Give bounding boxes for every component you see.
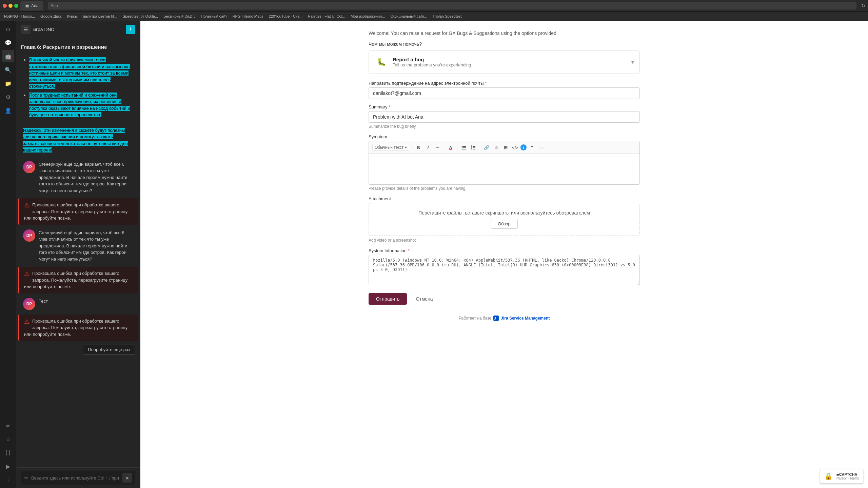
error-icon-2: ⚠ <box>24 270 29 278</box>
more-button[interactable]: ··· <box>433 143 441 151</box>
address-bar[interactable]: Aria <box>48 2 856 9</box>
bold-button[interactable]: B <box>414 143 422 151</box>
activity-folder[interactable]: 📁 <box>2 77 14 89</box>
error-item-1: ⚠ Произошла ошибка при обработке вашего … <box>18 198 138 225</box>
chapter-heading: Глава 6: Раскрытие и разрешение <box>16 41 140 53</box>
bookmark-12[interactable]: Официальный сайт... <box>389 14 428 19</box>
editor-toolbar: Обычный текст ▾ B I ··· A <box>369 141 639 154</box>
send-icon: ➤ <box>125 475 129 481</box>
symptom-label: Symptom <box>369 134 640 139</box>
jira-brand: Jira Service Management <box>501 316 550 321</box>
close-dot[interactable] <box>3 4 7 8</box>
activity-user[interactable]: 👤 <box>2 104 14 117</box>
table-button[interactable]: ⊞ <box>501 143 510 151</box>
activity-chat[interactable]: 💬 <box>2 37 14 49</box>
text-color-button[interactable]: A <box>447 143 455 151</box>
error-text-3: Произошла ошибка при обработке вашего за… <box>24 318 133 338</box>
maximize-dot[interactable] <box>14 4 18 8</box>
activity-pencil[interactable]: ✏ <box>2 420 14 432</box>
bookmark-2[interactable]: Google Диск <box>39 14 63 19</box>
emoji-button[interactable]: ☺ <box>492 143 500 151</box>
retry-button[interactable]: Попробуйте еще раз <box>83 345 135 354</box>
svg-rect-7 <box>473 146 475 147</box>
dropzone-text: Перетащите файлы, вставьте скриншоты или… <box>376 210 633 216</box>
chat-msg-text-1: Сгенерируй ещё один вариант, чтоб все 6 … <box>39 161 133 194</box>
bullet-list-button[interactable] <box>460 143 468 151</box>
bookmark-8[interactable]: RPG Inferno Maps <box>231 14 265 19</box>
main-content: Welcome! You can raise a request for GX … <box>140 21 868 488</box>
chat-closing-text: Надеюсь, эти изменения в сюжете будут по… <box>20 124 137 156</box>
browser-tab[interactable]: 🤖 Aria <box>20 1 43 11</box>
bookmark-4[interactable]: палитра цветов ht... <box>82 14 119 19</box>
info-button[interactable]: i <box>520 144 527 150</box>
svg-rect-3 <box>463 147 466 148</box>
help-label: Чем мы можем помочь? <box>369 41 640 47</box>
numbered-list-button[interactable]: 1.2.3. <box>469 143 477 151</box>
bookmark-7[interactable]: Полезный сайт <box>200 14 229 19</box>
activity-settings[interactable]: ⚙ <box>2 91 14 103</box>
browser-chrome: 🤖 Aria Aria ↻ <box>0 0 868 12</box>
attachment-section: Attachment Перетащите файлы, вставьте ск… <box>369 196 640 243</box>
activity-home[interactable]: ⊙ <box>2 23 14 35</box>
error-icon-1: ⚠ <box>24 202 29 209</box>
bookmark-1[interactable]: HotPNG - Прозр... <box>3 14 36 19</box>
minimize-dot[interactable] <box>8 4 13 8</box>
italic-button[interactable]: I <box>424 143 432 151</box>
activity-star[interactable]: ☆ <box>2 433 14 445</box>
bookmark-11[interactable]: Мои изображения... <box>349 14 386 19</box>
bookmark-3[interactable]: Курсы <box>66 14 79 19</box>
activity-search[interactable]: 🔍 <box>2 64 14 76</box>
svg-text:3.: 3. <box>471 148 473 150</box>
text-style-label: Обычный текст <box>375 145 403 150</box>
email-input[interactable] <box>369 87 640 99</box>
report-bug-card[interactable]: 🐛 Report a bug Tell us the problems you'… <box>369 50 640 74</box>
bookmark-6[interactable]: Бесмирный D&D 5 <box>162 14 197 19</box>
chat-message-user-2[interactable]: DP Сгенерируй ещё один вариант, чтоб все… <box>18 226 138 266</box>
quote-button[interactable]: " <box>528 143 536 151</box>
numbered-list-icon: 1.2.3. <box>471 145 476 150</box>
summary-input[interactable] <box>369 111 640 123</box>
activity-bottom-icon[interactable]: ⋮ <box>2 474 14 486</box>
chat-message-user-1[interactable]: DP Сгенерируй ещё один вариант, чтоб все… <box>18 158 138 198</box>
dropdown-arrow: ▾ <box>405 145 407 150</box>
text-style-dropdown[interactable]: Обычный текст ▾ <box>372 144 409 151</box>
browse-button[interactable]: Обзор <box>491 219 518 229</box>
sidebar-header: ☰ игра DND + <box>16 21 140 38</box>
bug-card-title: Report a bug <box>393 57 472 62</box>
attachment-dropzone[interactable]: Перетащите файлы, вставьте скриншоты или… <box>369 203 640 236</box>
highlighted-text-2: После трудных испытаний и сражений они з… <box>29 93 130 118</box>
activity-code[interactable]: { } <box>2 447 14 459</box>
editor-body[interactable] <box>369 154 639 184</box>
powered-by: Работает на базе J Jira Service Manageme… <box>369 310 640 328</box>
bookmark-10[interactable]: Palettes | Flat UI Col... <box>307 14 347 19</box>
system-info-textarea[interactable]: Mozilla/5.0 (Windows NT 10.0; Win64; x64… <box>369 255 640 285</box>
cancel-button[interactable]: Отмена <box>410 293 438 305</box>
code-button[interactable]: </> <box>511 143 519 151</box>
submit-button[interactable]: Отправить <box>369 293 407 305</box>
bookmark-9[interactable]: 220YouTube - Ска... <box>268 14 304 19</box>
chat-text-block: В конечной части приключения герои сталк… <box>20 54 137 123</box>
link-button[interactable]: 🔗 <box>482 143 491 151</box>
attachment-note: Add video or a screenshot <box>369 238 640 243</box>
form-actions: Отправить Отмена <box>369 293 640 305</box>
address-text: Aria <box>51 3 58 8</box>
svg-point-4 <box>462 149 463 150</box>
chat-msg-test: Тест <box>39 298 48 305</box>
send-button[interactable]: ➤ <box>122 473 132 483</box>
svg-rect-1 <box>463 146 466 147</box>
highlighted-text-3: Надеюсь, эти изменения в сюжете будут по… <box>23 128 128 153</box>
new-chat-button[interactable]: + <box>126 25 135 34</box>
activity-ai[interactable]: 🤖 <box>2 50 14 62</box>
hamburger-button[interactable]: ☰ <box>21 25 31 34</box>
bookmark-5[interactable]: Speedtest от Ookla... <box>121 14 159 19</box>
divider-button[interactable]: — <box>537 143 546 151</box>
reload-icon[interactable]: ↻ <box>861 3 865 8</box>
activity-terminal[interactable]: ▶ <box>2 460 14 472</box>
chat-input[interactable] <box>31 475 120 481</box>
toolbar-sep-2 <box>444 144 444 150</box>
chat-message-test[interactable]: DP Тест <box>18 294 138 313</box>
bookmark-13[interactable]: Triolan Speedtest <box>431 14 463 19</box>
chat-sidebar: ☰ игра DND + Глава 6: Раскрытие и разреш… <box>16 21 140 488</box>
error-item-3: ⚠ Произошла ошибка при обработке вашего … <box>18 314 138 341</box>
svg-rect-11 <box>473 149 475 149</box>
